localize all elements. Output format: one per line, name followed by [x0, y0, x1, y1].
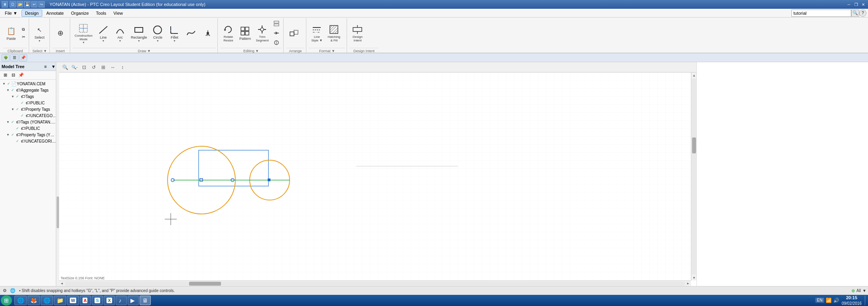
tree-tool-2[interactable]: ⊟ — [10, 72, 17, 79]
zoom-fit-button[interactable]: ⊡ — [80, 63, 89, 71]
undo-icon[interactable]: ↩ — [31, 1, 37, 8]
taskbar-firefox[interactable]: 🦊 — [28, 296, 40, 305]
tree-toggle[interactable]: ▼ — [2, 81, 6, 86]
spline-button[interactable] — [183, 23, 199, 43]
open-icon[interactable]: 📂 — [17, 1, 23, 8]
tree-item-root[interactable]: ▼ ✓ 📄 YONATAN.CEM — [1, 80, 58, 87]
scroll-right-btn[interactable]: ► — [685, 281, 691, 286]
taskbar-creo[interactable]: 🖥 — [140, 296, 151, 305]
design-intent-button[interactable]: Design Intent — [349, 23, 365, 43]
edit-more-3[interactable] — [271, 38, 282, 47]
taskbar-clock[interactable]: 20:15 09/02/2016 — [842, 295, 862, 306]
taskbar-excel[interactable]: X — [104, 296, 115, 305]
close-button[interactable]: ✕ — [860, 1, 866, 8]
design-tab[interactable]: Design — [22, 10, 42, 17]
line-style-button[interactable]: Line Style ▼ — [309, 23, 325, 43]
organize-tab[interactable]: Organize — [68, 10, 92, 16]
tree-item-property-tags[interactable]: ▼ ✓ 🏷 Property Tags — [1, 106, 58, 112]
rotate-resize-button[interactable]: Rotate Resize — [220, 23, 236, 43]
tree-check[interactable]: ✓ — [15, 139, 20, 143]
tree-item-public-2[interactable]: ✓ 🏷 PUBLIC — [1, 125, 58, 131]
tree-item-property-tags-2[interactable]: ▼ ✓ 🏷 Property Tags (YONA… — [1, 131, 58, 138]
edit-more-1[interactable] — [271, 19, 282, 28]
pin-btn[interactable]: 📌 — [19, 54, 27, 61]
pattern-button[interactable]: Pattern — [237, 23, 253, 43]
start-button[interactable]: ⊞ — [1, 295, 12, 306]
tree-check[interactable]: ✓ — [10, 88, 15, 92]
tree-item-tags[interactable]: ▼ ✓ 🏷 Tags — [1, 93, 58, 100]
tree-check[interactable]: ✓ — [15, 126, 20, 131]
tree-item-tags-yonatan[interactable]: ▼ ✓ 🏷 Tags (YONATAN.CEM… — [1, 119, 58, 125]
zoom-in-button[interactable]: 🔍 — [61, 63, 69, 71]
tree-tool-3[interactable]: 📌 — [18, 72, 25, 79]
taskbar-word[interactable]: W — [67, 296, 79, 305]
tree-check[interactable]: ✓ — [15, 107, 20, 112]
search-input[interactable] — [791, 10, 851, 17]
new-icon[interactable]: 🗋 — [10, 1, 16, 8]
select-button[interactable]: ↖ Select ▼ — [32, 23, 47, 43]
taskbar-pdf[interactable]: A — [80, 296, 91, 305]
tools-tab[interactable]: Tools — [93, 10, 110, 16]
arrange-button[interactable] — [286, 23, 302, 43]
help-button[interactable]: ? — [859, 10, 866, 17]
flip-h-button[interactable]: ↔ — [108, 63, 117, 71]
zoom-reset-button[interactable]: ↺ — [89, 63, 98, 71]
tree-toggle[interactable]: ▼ — [6, 88, 10, 92]
tree-check[interactable]: ✓ — [15, 94, 20, 99]
sidebar-scrollbar[interactable] — [56, 62, 59, 286]
taskbar-skype[interactable]: S — [92, 296, 103, 305]
network-status-icon[interactable]: 🌐 — [10, 288, 16, 294]
tree-check[interactable]: ✓ — [6, 81, 11, 86]
vertical-scrollbar[interactable]: ▲ ▼ — [691, 73, 696, 280]
restore-button[interactable]: ❐ — [853, 1, 859, 8]
hatching-fill-button[interactable]: Hatching & Fill — [326, 23, 342, 43]
filter-dropdown[interactable]: ▼ — [862, 288, 866, 293]
tree-item-uncategorized[interactable]: ✓ 🏷 UNCATEGOR… — [1, 112, 58, 119]
scroll-left-btn[interactable]: ◄ — [59, 281, 65, 286]
tree-toggle[interactable]: ▼ — [10, 107, 15, 112]
taskbar-ie[interactable]: 🌐 — [41, 296, 53, 305]
show-desktop-btn[interactable] — [865, 296, 867, 305]
file-menu[interactable]: File ▼ — [2, 10, 21, 16]
scroll-thumb-h[interactable] — [189, 282, 221, 286]
circle-button[interactable]: Circle ▼ — [150, 23, 166, 43]
taskbar-media[interactable]: ▶ — [128, 296, 139, 305]
tree-check[interactable]: ✓ — [20, 100, 25, 105]
cut-button[interactable]: ✂ — [20, 33, 27, 41]
tree-toggle[interactable]: ▼ — [10, 94, 15, 99]
scroll-thumb-v[interactable] — [692, 137, 696, 153]
horizontal-scrollbar[interactable]: ◄ ► — [59, 280, 691, 286]
tree-item-uncategorized-2[interactable]: ✓ 🏷 UNCATEGORIZED… — [1, 138, 58, 144]
search-button[interactable]: 🔍 — [851, 10, 859, 17]
taskbar-itunes[interactable]: ♪ — [116, 296, 127, 305]
pan-button[interactable]: ⊞ — [99, 63, 108, 71]
edit-more-2[interactable] — [271, 29, 282, 37]
tree-toggle[interactable]: ▼ — [6, 132, 10, 137]
model-tree-btn[interactable]: 🌳 — [2, 54, 10, 61]
paste-button[interactable]: 📋 Paste — [3, 23, 19, 43]
rectangle-button[interactable]: Rectangle ▼ — [129, 23, 149, 43]
fillet-button[interactable]: Fillet ▼ — [166, 23, 182, 43]
trim-segment-button[interactable]: Trim Segment — [254, 23, 270, 43]
arc-button[interactable]: Arc ▼ — [112, 23, 128, 43]
tree-item-public[interactable]: ✓ 🏷 PUBLIC — [1, 100, 58, 106]
tree-check[interactable]: ✓ — [20, 113, 25, 118]
construction-mode-button[interactable]: Construction Mode ▼ — [73, 22, 95, 45]
tree-toggle[interactable]: ▼ — [6, 120, 10, 124]
line-button[interactable]: Line ▼ — [95, 23, 111, 43]
redo-icon[interactable]: ↪ — [38, 1, 45, 8]
tree-check[interactable]: ✓ — [10, 120, 15, 124]
taskbar-explorer[interactable]: 📁 — [54, 296, 66, 305]
save-icon[interactable]: 💾 — [24, 1, 30, 8]
tree-item-aggregate[interactable]: ▼ ✓ 🏷 Aggregate Tags — [1, 87, 58, 93]
copy-button[interactable]: ⧉ — [20, 26, 27, 33]
flip-v-button[interactable]: ↕ — [118, 63, 127, 71]
scroll-down-btn[interactable]: ▼ — [691, 275, 696, 280]
minimize-button[interactable]: ─ — [846, 1, 852, 8]
tree-check[interactable]: ✓ — [10, 132, 15, 137]
layer-btn[interactable]: ☰ — [10, 54, 18, 61]
scroll-up-btn[interactable]: ▲ — [691, 73, 696, 78]
insert-button[interactable]: ⊕ — [52, 23, 68, 43]
taskbar-chrome[interactable]: 🌐 — [14, 296, 27, 305]
tree-menu-btn[interactable]: ≡ — [42, 63, 49, 70]
